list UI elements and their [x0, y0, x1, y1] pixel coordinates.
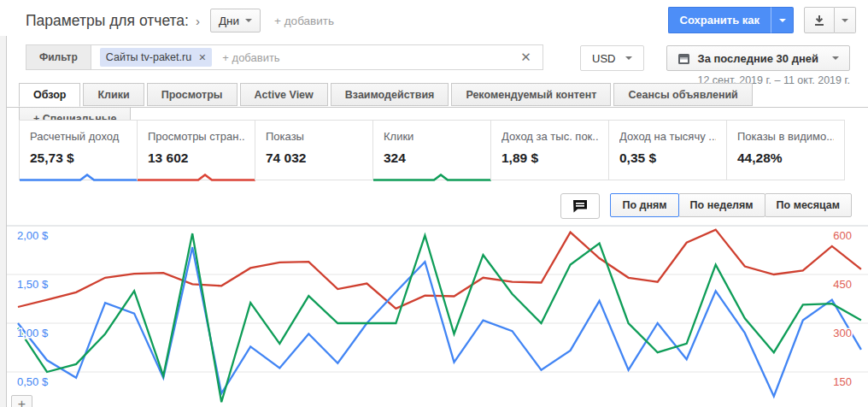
add-dimension-button[interactable]: + добавить [274, 15, 334, 27]
chart-area: 2,00 $6001,50 $4501,00 $3000,50 $150 + [7, 224, 868, 407]
dimension-button[interactable]: Дни [210, 9, 261, 32]
chevron-down-icon [245, 19, 252, 22]
svg-text:2,00 $: 2,00 $ [17, 229, 49, 242]
metric-card[interactable]: Доход за тыс. пок...1,89 $ [490, 120, 609, 180]
filter-label: Фильтр [26, 44, 91, 70]
view-toggle-button[interactable]: По месяцам [765, 193, 852, 217]
metric-label: Показы в видимо... [737, 130, 834, 143]
chevron-down-icon [625, 56, 632, 60]
metric-card[interactable]: Расчетный доход25,73 $ [19, 120, 138, 180]
breadcrumb-chevron-icon: › [196, 14, 200, 28]
metric-card[interactable]: Просмотры стран...13 602 [137, 120, 255, 180]
svg-text:1,00 $: 1,00 $ [17, 327, 49, 339]
metric-value: 1,89 $ [501, 150, 598, 166]
metric-cards-row: Расчетный доход25,73 $Просмотры стран...… [19, 120, 845, 180]
filter-chip[interactable]: Сайты tv-paket.ru ✕ [100, 48, 213, 67]
metric-value: 74 032 [266, 150, 362, 166]
filter-clear-icon[interactable]: ✕ [518, 50, 534, 65]
adsense-report-page: Параметры для отчета: › Дни + добавить С… [0, 0, 868, 407]
view-toggle-button[interactable]: По неделям [678, 193, 765, 217]
metric-sparkline [19, 174, 138, 182]
metric-value: 44,28% [737, 150, 834, 166]
calendar-icon [677, 52, 690, 65]
save-as-button[interactable]: Сохранить как [668, 7, 771, 33]
view-toggle-button[interactable]: По дням [610, 193, 678, 217]
view-toggle: По днямПо неделямПо месяцам [611, 193, 852, 219]
metric-label: Расчетный доход [30, 130, 126, 143]
chevron-down-icon [779, 19, 786, 22]
filter-add-placeholder[interactable]: + добавить [222, 51, 518, 64]
metric-label: Показы [266, 130, 362, 143]
metric-card[interactable]: Клики324 [372, 120, 491, 180]
tab[interactable]: Взаимодействия [331, 83, 449, 106]
currency-select[interactable]: USD [580, 45, 643, 71]
metric-value: 25,73 $ [30, 150, 126, 166]
tab[interactable]: Рекомендуемый контент [451, 83, 611, 106]
header-actions: Сохранить как [668, 7, 856, 33]
metric-value: 324 [384, 150, 480, 166]
save-as-caret-button[interactable] [771, 7, 794, 33]
comment-button[interactable] [560, 193, 600, 219]
metric-card[interactable]: Доход на тысячу ...0,35 $ [608, 120, 727, 180]
svg-text:450: 450 [833, 278, 852, 291]
metric-label: Клики [384, 130, 480, 143]
left-rail-divider [0, 36, 7, 407]
tab[interactable]: Клики [83, 83, 144, 106]
header: Параметры для отчета: › Дни + добавить С… [7, 0, 868, 41]
metric-label: Доход на тысячу ... [619, 130, 716, 143]
filter-row: Фильтр Сайты tv-paket.ru ✕ + добавить ✕ [26, 44, 543, 70]
report-controls: USD За последние 30 дней [580, 45, 850, 71]
zoom-in-button[interactable]: + [11, 395, 32, 407]
metric-value: 0,35 $ [619, 150, 716, 166]
chevron-down-icon [832, 56, 839, 60]
metric-label: Просмотры стран... [148, 130, 244, 143]
svg-text:150: 150 [833, 375, 852, 388]
tab[interactable]: Active View [240, 83, 328, 106]
comment-icon [572, 199, 588, 213]
filter-bar[interactable]: Сайты tv-paket.ru ✕ + добавить ✕ [91, 44, 543, 70]
svg-text:0,50 $: 0,50 $ [17, 375, 49, 388]
save-as-split-button: Сохранить как [668, 7, 794, 33]
chip-close-icon[interactable]: ✕ [198, 52, 206, 63]
metric-label: Доход за тыс. пок... [501, 130, 598, 143]
metric-sparkline [372, 174, 492, 182]
download-button[interactable] [804, 7, 835, 33]
metric-card[interactable]: Показы74 032 [255, 120, 373, 180]
download-caret-button[interactable] [835, 7, 856, 33]
date-range-button[interactable]: За последние 30 дней [666, 45, 851, 71]
svg-text:1,50 $: 1,50 $ [17, 278, 49, 291]
chart-controls: По днямПо неделямПо месяцам [560, 193, 852, 219]
metric-card[interactable]: Показы в видимо...44,28% [726, 120, 845, 180]
chart-svg: 2,00 $6001,50 $4501,00 $3000,50 $150 [7, 224, 868, 407]
tab[interactable]: Обзор [19, 83, 80, 107]
tab[interactable]: Просмотры [147, 83, 238, 106]
svg-text:300: 300 [833, 327, 852, 339]
download-split-button [804, 7, 856, 32]
tabs-row: ОбзорКликиПросмотрыActive ViewВзаимодейс… [7, 83, 868, 108]
chevron-down-icon [842, 19, 848, 22]
page-title: Параметры для отчета: [26, 12, 189, 30]
download-icon [813, 15, 825, 27]
metric-sparkline [137, 174, 256, 182]
tab[interactable]: Сеансы объявлений [613, 83, 752, 106]
metric-value: 13 602 [148, 150, 244, 166]
svg-text:600: 600 [833, 229, 852, 242]
